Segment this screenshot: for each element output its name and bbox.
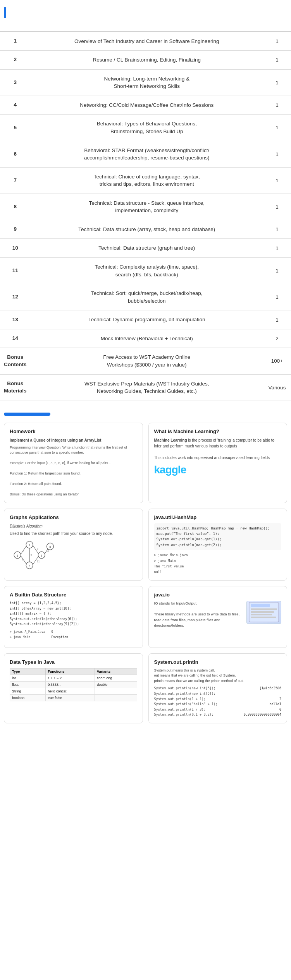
row-topic: Technical: Data structure - Stack, queue… [31, 194, 263, 220]
row-number: 11 [0, 258, 31, 284]
table-row: 4Networking: CC/Cold Message/Coffee Chat… [0, 96, 291, 115]
table-row: 11Technical: Complexity analysis (time, … [0, 258, 291, 284]
svg-text:4: 4 [22, 549, 24, 552]
card-body: Used to find the shortest path from your… [10, 531, 137, 536]
row-number: 13 [0, 310, 31, 329]
svg-text:2: 2 [29, 543, 31, 547]
row-hours: 2 [263, 329, 291, 348]
row-hours: 1 [263, 220, 291, 239]
card-title: Data Types in Java [10, 659, 137, 665]
row-hours: 1 [263, 51, 291, 70]
row-hours: 1 [263, 239, 291, 258]
card-datatypes: Data Types in Java TypeFunctionsVariants… [4, 653, 143, 723]
svg-text:4: 4 [29, 564, 31, 567]
row-hours: 1 [263, 96, 291, 115]
card-machine-learning: What is Machine Learning? Machine Learni… [148, 423, 288, 503]
col-hours [263, 24, 291, 32]
svg-rect-25 [251, 611, 274, 613]
table-row: 13Technical: Dynamic programming, bit ma… [0, 310, 291, 329]
table-row: 8Technical: Data structure - Stack, queu… [0, 194, 291, 220]
table-row: 10Technical: Data structure (graph and t… [0, 239, 291, 258]
card-homework: Homework Implement a Queue of Integers u… [4, 423, 143, 503]
row-topic: Networking: Long-term Networking &Short-… [31, 69, 263, 96]
row-topic: Free Access to WST Academy OnlineWorksho… [31, 348, 263, 374]
table-row: 12Technical: Sort: quick/merge, bucket/r… [0, 284, 291, 310]
card-body: System.out means this is a system call.o… [154, 668, 282, 684]
svg-rect-26 [251, 614, 272, 615]
card-subtitle: Dijkstra's Algorithm [10, 523, 137, 529]
row-topic: Behavioral: STAR Format (weakness/streng… [31, 141, 263, 167]
row-topic: Overview of Tech Industry and Career in … [31, 32, 263, 51]
svg-text:2: 2 [37, 547, 38, 550]
svg-text:3: 3 [22, 559, 24, 562]
table-row: 9Technical: Data structure (array, stack… [0, 220, 291, 239]
card-body: Machine Learning is the process of 'trai… [154, 437, 282, 461]
row-topic: Behavioral: Types of Behavioral Question… [31, 115, 263, 141]
card-subtitle: Implement a Queue of Integers using an A… [10, 437, 137, 443]
row-topic: Technical: Choice of coding language, sy… [31, 167, 263, 194]
col-topic [31, 24, 263, 32]
table-row: 3Networking: Long-term Networking &Short… [0, 69, 291, 96]
svg-rect-23 [251, 604, 270, 607]
card-title: java.util.HashMap [154, 514, 282, 520]
svg-rect-24 [251, 608, 277, 610]
table-row: 7Technical: Choice of coding language, s… [0, 167, 291, 194]
table-row: BonusMaterialsWST Exclusive Prep Materia… [0, 374, 291, 401]
row-topic: Networking: CC/Cold Message/Coffee Chat/… [31, 96, 263, 115]
cards-grid: Homework Implement a Queue of Integers u… [4, 423, 287, 723]
code-block: import java.util.HashMap; HashMap map = … [154, 523, 282, 550]
row-number: 9 [0, 220, 31, 239]
row-number: 6 [0, 141, 31, 167]
row-hours: 1 [263, 194, 291, 220]
card-title: System.out.println [154, 659, 282, 665]
row-number: 10 [0, 239, 31, 258]
row-number: 8 [0, 194, 31, 220]
row-number: 3 [0, 69, 31, 96]
card-println: System.out.println System.out means this… [148, 653, 288, 723]
card-javaio: java.io IO stands for Input/Output.These… [148, 586, 288, 648]
row-topic: Resume / CL Brainstorming, Editing, Fina… [31, 51, 263, 70]
svg-text:5: 5 [49, 545, 51, 548]
col-number [0, 24, 31, 32]
svg-text:9: 9 [31, 553, 32, 557]
table-row: 5Behavioral: Types of Behavioral Questio… [0, 115, 291, 141]
schedule-table: 1Overview of Tech Industry and Career in… [0, 24, 291, 401]
println-output: System.out.println(new int[5]);[I@1b6d35… [154, 686, 282, 718]
row-number: BonusContents [0, 348, 31, 374]
card-title: A Builtin Data Structure [10, 592, 137, 598]
svg-text:11: 11 [37, 560, 40, 563]
row-number: BonusMaterials [0, 374, 31, 401]
row-topic: Technical: Dynamic programming, bit mani… [31, 310, 263, 329]
row-number: 4 [0, 96, 31, 115]
table-row: 6Behavioral: STAR Format (weakness/stren… [0, 141, 291, 167]
card-graphs: Graphs Applications Dijkstra's Algorithm… [4, 509, 143, 581]
section-accent [4, 413, 50, 416]
row-hours: 1 [263, 32, 291, 51]
row-hours: Various [263, 374, 291, 401]
row-number: 2 [0, 51, 31, 70]
table-row: BonusContentsFree Access to WST Academy … [0, 348, 291, 374]
row-topic: Technical: Complexity analysis (time, sp… [31, 258, 263, 284]
row-hours: 1 [263, 284, 291, 310]
row-number: 12 [0, 284, 31, 310]
row-topic: Technical: Sort: quick/merge, bucket/rad… [31, 284, 263, 310]
row-hours: 1 [263, 167, 291, 194]
card-title: java.io [154, 592, 282, 598]
row-hours: 1 [263, 310, 291, 329]
row-hours: 1 [263, 115, 291, 141]
row-number: 5 [0, 115, 31, 141]
graph-container: 1 2 3 4 5 4 3 2 11 [10, 540, 137, 571]
svg-rect-27 [251, 617, 276, 618]
row-topic: Mock Interview (Behavioral + Technical) [31, 329, 263, 348]
row-hours: 1 [263, 69, 291, 96]
row-topic: Technical: Data structure (graph and tre… [31, 239, 263, 258]
card-title: Graphs Applications [10, 514, 137, 520]
row-topic: WST Exclusive Prep Materials (WST Indust… [31, 374, 263, 401]
row-number: 1 [0, 32, 31, 51]
table-row: 14Mock Interview (Behavioral + Technical… [0, 329, 291, 348]
card-title: What is Machine Learning? [154, 428, 282, 434]
svg-text:6: 6 [47, 550, 49, 553]
card-hashmap: java.util.HashMap import java.util.HashM… [148, 509, 288, 581]
card-builtin-data: A Builtin Data Structure int[] array = {… [4, 586, 143, 648]
kaggle-logo: kaggle [154, 464, 282, 476]
